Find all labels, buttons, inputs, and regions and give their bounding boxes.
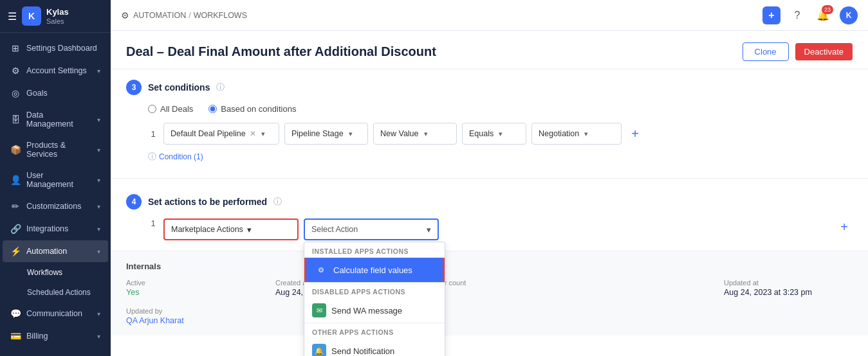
sidebar-item-workflows[interactable]: Workflows (3, 263, 108, 282)
divider (111, 178, 868, 179)
info-icon: ⓘ (216, 82, 225, 93)
topbar-left: ⚙ AUTOMATION / WORKFLOWS (121, 10, 247, 21)
equals-value: Equals (469, 129, 494, 138)
app-logo: K (22, 6, 41, 26)
hamburger-icon[interactable]: ☰ (8, 10, 17, 22)
select-action-placeholder: Select Action (311, 225, 358, 234)
sidebar-item-goals[interactable]: ◎ Goals (3, 82, 108, 104)
negotiation-select[interactable]: Negotiation ▾ (531, 123, 622, 145)
step-4-badge: 4 (126, 194, 142, 209)
products-services-icon: 📦 (10, 145, 21, 155)
clone-button[interactable]: Clone (743, 42, 789, 61)
app-name: Kylas (46, 7, 69, 17)
sidebar-item-settings-dashboard[interactable]: ⊞ Settings Dashboard (3, 37, 108, 59)
sidebar-item-label: Automation (26, 247, 67, 256)
user-management-icon: 👤 (10, 175, 21, 185)
set-actions-title: Set actions to be performed (148, 197, 267, 207)
content-area: Deal – Deal Final Amount after Additiona… (111, 31, 868, 356)
sidebar-item-label: User Management (26, 171, 91, 189)
add-condition-button[interactable]: + (627, 125, 643, 142)
sidebar-item-data-management[interactable]: 🗄 Data Management ▾ (3, 105, 108, 134)
data-management-icon: 🗄 (10, 114, 21, 125)
pipeline-select[interactable]: Default Deal Pipeline ✕ ▾ (163, 123, 279, 145)
row-number: 1 (148, 129, 158, 139)
sidebar-item-account-settings[interactable]: ⚙ Account Settings ▾ (3, 60, 108, 82)
new-value-value: New Value (380, 129, 419, 138)
goals-icon: ◎ (10, 88, 21, 98)
sidebar-nav: ⊞ Settings Dashboard ⚙ Account Settings … (0, 33, 111, 356)
set-conditions-title: Set conditions (148, 82, 210, 93)
updated-value: Aug 24, 2023 at 3:23 pm (724, 288, 853, 297)
equals-select[interactable]: Equals ▾ (462, 123, 526, 145)
stage-select[interactable]: Pipeline Stage ▾ (284, 123, 368, 145)
sidebar-item-label: Billing (26, 332, 48, 341)
breadcrumb-workflows: WORKFLOWS (194, 11, 247, 20)
clear-icon[interactable]: ✕ (250, 129, 256, 138)
chevron-down-icon: ▾ (584, 130, 588, 138)
updated-by-value[interactable]: QA Arjun Kharat (126, 316, 255, 325)
dropdown-item-send-wa[interactable]: ✉ Send WA message (304, 298, 445, 323)
sidebar-item-products-services[interactable]: 📦 Products & Services ▾ (3, 135, 108, 165)
chevron-down-icon: ▾ (97, 333, 100, 340)
new-value-select[interactable]: New Value ▾ (373, 123, 457, 145)
dropdown-item-send-notification[interactable]: 🔔 Send Notification (304, 339, 445, 356)
chevron-down-icon: ▾ (97, 116, 100, 123)
trigger-value: 5 (425, 288, 703, 297)
sidebar-item-user-management[interactable]: 👤 User Management ▾ (3, 165, 108, 195)
radio-all-deals-label: All Deals (160, 104, 193, 114)
set-conditions-section: 3 Set conditions ⓘ All Deals Based on co… (111, 69, 868, 173)
pipeline-value: Default Deal Pipeline (171, 129, 246, 138)
send-wa-icon: ✉ (312, 303, 326, 317)
action-dropdown-container: Select Action ▾ INSTALLED APPS ACTIONS ⚙… (304, 218, 439, 240)
active-field: Active Yes (126, 279, 255, 297)
sidebar-item-label: Communication (26, 309, 82, 318)
sidebar-item-label: Integrations (26, 224, 68, 233)
set-actions-header: 4 Set actions to be performed ⓘ (126, 194, 853, 209)
condition-info: ⓘ Condition (1) (148, 151, 853, 163)
chevron-down-icon: ▾ (97, 248, 100, 255)
set-conditions-header: 3 Set conditions ⓘ (126, 80, 853, 95)
sidebar-item-integrations[interactable]: 🔗 Integrations ▾ (3, 218, 108, 240)
add-action-button[interactable]: + (836, 218, 853, 235)
radio-all-deals[interactable]: All Deals (148, 104, 193, 114)
stage-value: Pipeline Stage (291, 129, 344, 138)
chevron-down-icon: ▾ (97, 177, 100, 184)
integrations-icon: 🔗 (10, 224, 21, 234)
sidebar-item-label: Settings Dashboard (26, 44, 97, 53)
sidebar-item-label: Data Management (26, 111, 91, 129)
select-action-dropdown[interactable]: Select Action ▾ (304, 218, 439, 240)
sidebar-item-billing[interactable]: 💳 Billing ▾ (3, 325, 108, 347)
notifications-button[interactable]: 🔔 23 (814, 6, 832, 24)
billing-icon: 💳 (10, 331, 21, 341)
updated-by-field: Updated by QA Arjun Kharat (126, 307, 255, 325)
sidebar-item-automation[interactable]: ⚡ Automation ▾ (3, 240, 108, 262)
add-button[interactable]: + (762, 6, 780, 24)
topbar: ⚙ AUTOMATION / WORKFLOWS + ? 🔔 23 K (111, 0, 868, 31)
help-button[interactable]: ? (788, 6, 806, 24)
conditions-radio-group: All Deals Based on conditions (148, 104, 853, 114)
condition-link[interactable]: Condition (1) (159, 152, 203, 161)
marketplace-actions-select[interactable]: Marketplace Actions ▾ (163, 218, 299, 240)
settings-dashboard-icon: ⊞ (10, 43, 21, 53)
sidebar: ☰ K Kylas Sales ⊞ Settings Dashboard ⚙ A… (0, 0, 111, 356)
deactivate-button[interactable]: Deactivate (795, 43, 853, 60)
negotiation-value: Negotiation (539, 129, 579, 138)
sidebar-sub-label: Workflows (27, 268, 62, 277)
chevron-down-icon: ▾ (97, 310, 100, 317)
sidebar-item-scheduled-actions[interactable]: Scheduled Actions (3, 283, 108, 302)
chevron-down-icon: ▾ (97, 203, 100, 210)
breadcrumb-separator: / (189, 11, 190, 20)
app-sub: Sales (46, 17, 69, 25)
info-icon: ⓘ (273, 196, 282, 208)
sidebar-item-communication[interactable]: 💬 Communication ▾ (3, 303, 108, 325)
radio-all-deals-input[interactable] (148, 105, 156, 113)
radio-based-on-conditions[interactable]: Based on conditions (208, 104, 296, 114)
trigger-label: Trigger count (425, 279, 703, 287)
avatar[interactable]: K (840, 6, 858, 24)
topbar-right: + ? 🔔 23 K (762, 6, 858, 24)
sidebar-item-customizations[interactable]: ✏ Customizations ▾ (3, 195, 108, 217)
automation-icon: ⚡ (10, 246, 21, 256)
chevron-down-icon: ▾ (349, 130, 353, 138)
radio-based-input[interactable] (208, 105, 217, 113)
dropdown-item-calculate[interactable]: ⚙ Calculate field values (304, 258, 445, 282)
